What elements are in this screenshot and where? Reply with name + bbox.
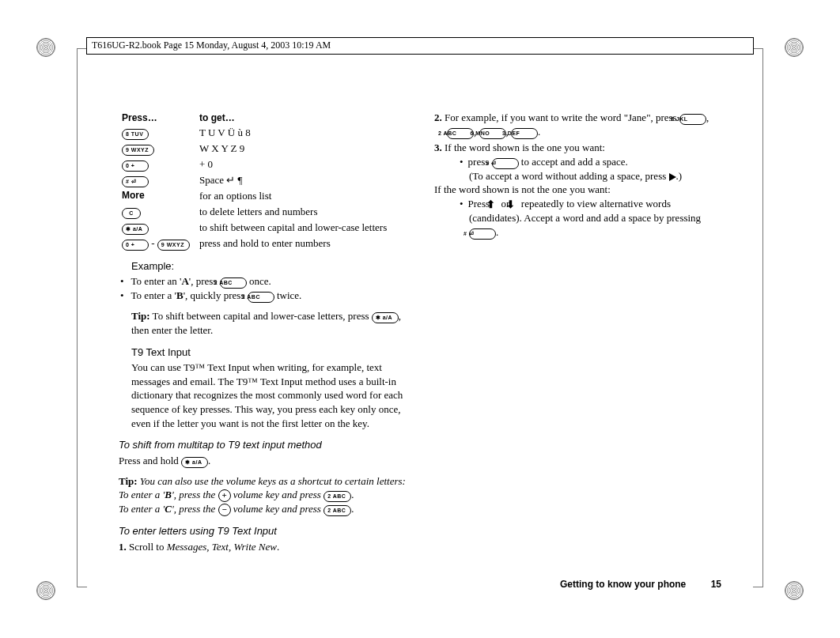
table-row: 0 + - 9 WXYZ press and hold to enter num…	[119, 236, 406, 251]
list-item: 1. Scroll to Messages, Text, Write New.	[119, 540, 406, 554]
cell-value: for an options list	[196, 188, 406, 204]
list-item: To enter a 'B', quickly press 2 ABC twic…	[119, 289, 406, 303]
key-9: 9 WXYZ	[157, 240, 190, 251]
example-list: To enter an 'A', press 2 ABC once. To en…	[119, 274, 406, 303]
crop-mark	[77, 48, 87, 587]
key-c: C	[122, 208, 141, 219]
enter-heading: To enter letters using T9 Text Input	[119, 524, 406, 538]
key-2: 2 ABC	[324, 505, 351, 516]
table-row: ✱ a/A to shift between capital and lower…	[119, 220, 406, 236]
cell-value: T U V Ü ù 8	[196, 125, 406, 141]
shift-heading: To shift from multitap to T9 text input …	[119, 438, 406, 452]
col-header-get: to get…	[196, 111, 406, 125]
page-content: Press… to get… 8 TUV T U V Ü ù 8 9 WXYZ …	[119, 111, 721, 575]
cell-value: to delete letters and numbers	[196, 204, 406, 220]
document-header-text: T616UG-R2.book Page 15 Monday, August 4,…	[92, 40, 331, 51]
cell-value: to shift between capital and lower-case …	[196, 220, 406, 236]
tip-paragraph: Tip: To shift between capital and lower-…	[119, 309, 406, 338]
list-item: 2. For example, if you want to write the…	[434, 111, 721, 139]
key-8: 8 TUV	[122, 129, 149, 140]
key-2: 2 ABC	[220, 277, 247, 289]
table-row: 0 + + 0	[119, 157, 406, 172]
volume-up-icon: +	[218, 489, 231, 502]
page-footer: Getting to know your phone 15	[560, 578, 721, 591]
key-9: 9 WXYZ	[122, 145, 154, 156]
table-row: More for an options list	[119, 188, 406, 204]
table-row: 9 WXYZ W X Y Z 9	[119, 141, 406, 157]
example-heading: Example:	[119, 259, 406, 274]
key-hash: # ⏎	[122, 176, 149, 187]
list-item: press # ⏎ to accept and add a space. (To…	[458, 155, 721, 183]
down-arrow-icon: ⬇	[513, 198, 519, 212]
page-number: 15	[689, 579, 721, 590]
binder-ring-icon	[36, 38, 55, 57]
key-hash: # ⏎	[492, 158, 519, 169]
cell-value: press and hold to enter numbers	[196, 236, 406, 251]
cell-value: W X Y Z 9	[196, 141, 406, 157]
key-range-sep: -	[151, 237, 154, 249]
footer-section: Getting to know your phone	[560, 579, 686, 590]
table-row: # ⏎ Space ↵ ¶	[119, 172, 406, 188]
binder-ring-icon	[785, 38, 804, 57]
tip-label: Tip:	[131, 310, 150, 322]
key-star: ✱ a/A	[181, 457, 208, 468]
binder-ring-icon	[785, 581, 804, 600]
table-row: C to delete letters and numbers	[119, 204, 406, 220]
t9-heading: T9 Text Input	[119, 345, 406, 360]
key-hash: # ⏎	[469, 228, 496, 240]
tip-paragraph: Tip: You can also use the volume keys as…	[119, 474, 406, 517]
col-header-press: Press…	[119, 111, 196, 125]
right-arrow-icon	[669, 173, 676, 181]
cell-value: Space ↵ ¶	[196, 172, 406, 188]
list-item: To enter an 'A', press 2 ABC once.	[119, 274, 406, 289]
binder-ring-icon	[36, 581, 55, 600]
crop-mark	[753, 48, 763, 587]
volume-down-icon: −	[218, 504, 231, 516]
t9-paragraph: You can use T9™ Text Input when writing,…	[119, 361, 406, 430]
key-2: 2 ABC	[248, 292, 274, 303]
key-3: 3 DEF	[511, 128, 538, 139]
key-0: 0 +	[122, 160, 149, 172]
table-row: 8 TUV T U V Ü ù 8	[119, 125, 406, 141]
list-item: Press ⬆ or ⬇ repeatedly to view alternat…	[458, 197, 721, 240]
tip-label: Tip:	[119, 475, 138, 487]
document-header: T616UG-R2.book Page 15 Monday, August 4,…	[86, 37, 754, 55]
key-5: 5 JKL	[679, 114, 706, 125]
key-star: ✱ a/A	[122, 224, 149, 235]
shift-paragraph: Press and hold ✱ a/A.	[119, 454, 406, 468]
cell-value: + 0	[196, 157, 406, 172]
keypress-table: Press… to get… 8 TUV T U V Ü ù 8 9 WXYZ …	[119, 111, 406, 251]
key-2: 2 ABC	[447, 128, 474, 139]
key-star: ✱ a/A	[372, 312, 399, 323]
key-0: 0 +	[122, 240, 149, 251]
list-item: 3. If the word shown is the one you want…	[434, 141, 721, 240]
key-2: 2 ABC	[324, 491, 351, 502]
key-more-text: More	[119, 188, 196, 204]
